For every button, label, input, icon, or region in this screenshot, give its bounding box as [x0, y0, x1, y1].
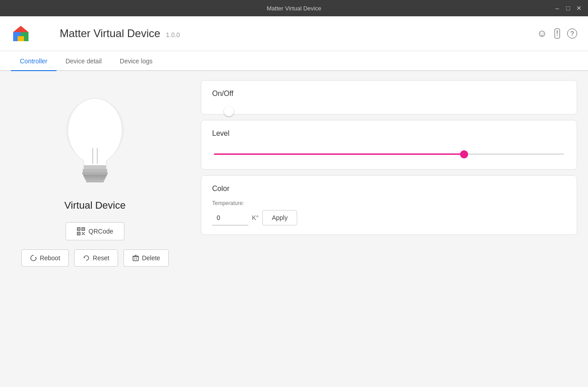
delete-button[interactable]: Delete — [123, 249, 169, 267]
temperature-input[interactable] — [212, 210, 248, 225]
on-off-card: On/Off — [201, 80, 577, 115]
color-label: Color — [212, 185, 566, 193]
qrcode-icon — [77, 227, 85, 235]
svg-rect-33 — [84, 234, 85, 235]
svg-rect-16 — [82, 172, 108, 175]
delete-icon — [132, 254, 139, 262]
toggle-thumb — [224, 106, 234, 116]
svg-rect-14 — [84, 165, 106, 169]
level-card: Level — [201, 120, 577, 170]
alert-icon: ! — [555, 29, 560, 38]
minimize-button[interactable]: – — [554, 5, 561, 12]
title-group: Matter Virtual Device 1.0.0 — [60, 27, 180, 40]
app-window: Matter Virtual Device 1.0.0 ☺ ! ? Contro… — [0, 16, 588, 387]
alert-button[interactable]: ! — [555, 28, 560, 39]
svg-marker-8 — [13, 26, 28, 32]
title-bar: Matter Virtual Device – □ ✕ — [0, 0, 588, 16]
svg-rect-32 — [82, 234, 83, 235]
svg-rect-17 — [83, 175, 107, 177]
delete-label: Delete — [142, 254, 160, 262]
temperature-section: Temperature: K° Apply — [212, 200, 566, 225]
reset-label: Reset — [93, 254, 109, 262]
help-icon: ? — [567, 29, 577, 38]
svg-rect-19 — [85, 178, 105, 180]
temperature-unit: K° — [252, 214, 259, 221]
header: Matter Virtual Device 1.0.0 ☺ ! ? — [0, 16, 588, 51]
svg-rect-28 — [78, 233, 79, 234]
svg-rect-31 — [83, 233, 84, 234]
tab-controller[interactable]: Controller — [11, 51, 57, 71]
svg-rect-20 — [86, 180, 104, 182]
apply-button[interactable]: Apply — [262, 210, 297, 225]
emoji-button[interactable]: ☺ — [537, 28, 547, 39]
header-left: Matter Virtual Device 1.0.0 — [11, 24, 180, 43]
title-bar-controls: – □ ✕ — [554, 5, 583, 12]
google-home-logo — [11, 24, 31, 43]
reset-icon — [83, 254, 90, 262]
slider-container — [212, 145, 566, 160]
svg-marker-34 — [35, 257, 36, 258]
device-name: Virtual Device — [64, 200, 125, 211]
svg-rect-30 — [84, 232, 85, 233]
title-bar-text: Matter Virtual Device — [267, 5, 321, 12]
on-off-label: On/Off — [212, 90, 566, 98]
reboot-icon — [30, 254, 37, 262]
svg-rect-36 — [133, 257, 138, 261]
svg-rect-24 — [78, 229, 79, 229]
svg-rect-26 — [83, 229, 84, 229]
main-content: Virtual Device QRCode — [0, 71, 588, 387]
reset-button[interactable]: Reset — [74, 249, 118, 267]
reboot-button[interactable]: Reboot — [21, 249, 69, 267]
color-card: Color Temperature: K° Apply — [201, 175, 577, 235]
tab-device-detail[interactable]: Device detail — [57, 51, 111, 71]
level-slider[interactable] — [214, 153, 564, 155]
action-buttons: Reboot Reset — [21, 249, 169, 267]
qrcode-label: QRCode — [89, 228, 113, 235]
app-version: 1.0.0 — [166, 31, 180, 38]
app-title: Matter Virtual Device — [60, 27, 160, 39]
level-label: Level — [212, 129, 566, 138]
left-panel: Virtual Device QRCode — [0, 71, 190, 387]
svg-rect-15 — [83, 169, 107, 172]
reboot-label: Reboot — [40, 254, 60, 262]
restore-button[interactable]: □ — [564, 5, 572, 12]
qrcode-button[interactable]: QRCode — [66, 222, 124, 240]
tabs-bar: Controller Device detail Device logs — [0, 51, 588, 71]
bulb-illustration — [59, 89, 131, 189]
right-panel: On/Off Level Color Temperatu — [190, 71, 588, 387]
header-actions: ☺ ! ? — [537, 28, 577, 39]
svg-rect-18 — [84, 177, 106, 178]
svg-rect-11 — [18, 36, 24, 41]
temperature-row: K° Apply — [212, 210, 566, 225]
temperature-label: Temperature: — [212, 200, 566, 206]
close-button[interactable]: ✕ — [575, 5, 583, 12]
emoji-icon: ☺ — [537, 28, 547, 39]
svg-rect-29 — [82, 232, 83, 233]
tab-device-logs[interactable]: Device logs — [111, 51, 161, 71]
help-button[interactable]: ? — [567, 28, 577, 39]
